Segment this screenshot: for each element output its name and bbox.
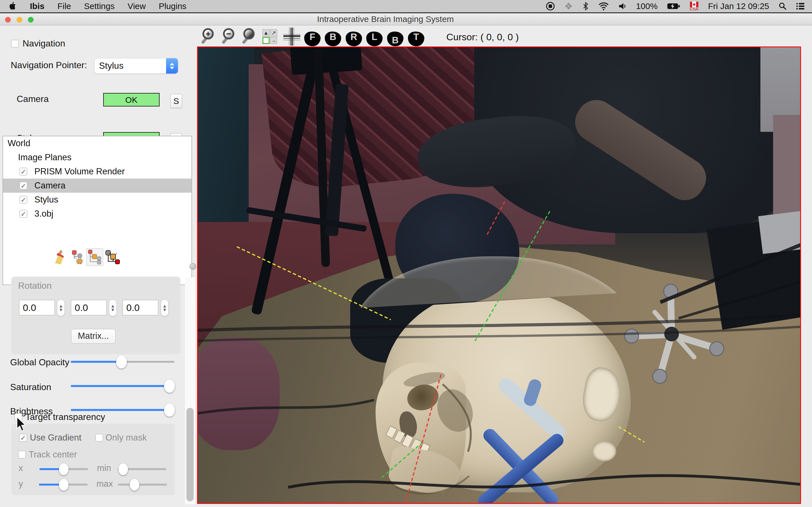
window-title: Intraoperative Brain Imaging System <box>0 14 771 24</box>
max-thumb[interactable] <box>130 479 139 491</box>
target-transparency-group: ✓ Use Gradient Only mask Track center x … <box>11 424 175 495</box>
menu-file[interactable]: File <box>57 1 71 11</box>
tree-label: PRISM Volume Render <box>35 165 124 179</box>
tree-row-prism[interactable]: ✓ PRISM Volume Render <box>3 165 192 179</box>
dropbox-icon[interactable]: ❖ <box>564 1 573 12</box>
panel-scrollbar-thumb[interactable] <box>186 408 194 501</box>
menu-bar: Ibis File Settings View Plugins ❖ 100% C… <box>0 0 812 13</box>
rotation-group: Rotation 0.0 ▴▾ 0.0 ▴▾ 0.0 ▴▾ Matrix... <box>11 277 181 354</box>
max-slider[interactable] <box>118 484 167 486</box>
min-thumb[interactable] <box>118 463 128 475</box>
view-left-button[interactable]: L <box>366 27 383 46</box>
saturation-slider[interactable] <box>71 385 174 387</box>
tree-label: Camera <box>35 179 65 193</box>
cursor-coordinates: Cursor: ( 0, 0, 0 ) <box>446 32 519 43</box>
tree-row-camera[interactable]: ✓ Camera <box>3 179 192 193</box>
tree-label: 3.obj <box>35 207 53 221</box>
rotation-z-stepper[interactable]: ▴▾ <box>161 299 168 316</box>
zoom-in-icon[interactable]: + <box>202 28 218 46</box>
rotation-title: Rotation <box>18 281 52 291</box>
rotation-x-stepper[interactable]: ▴▾ <box>57 299 65 316</box>
tree-checkbox[interactable]: ✓ <box>19 168 28 175</box>
only-mask-checkbox[interactable] <box>95 434 103 442</box>
navigation-pointer-label: Navigation Pointer: <box>11 60 87 70</box>
min-label: min <box>97 463 111 473</box>
tree-checkbox[interactable]: ✓ <box>19 196 28 204</box>
tree-checkbox[interactable]: ✓ <box>19 210 28 218</box>
reference-frame-hub <box>664 327 679 341</box>
tree-checkbox[interactable]: ✓ <box>19 182 28 189</box>
menu-app-name[interactable]: Ibis <box>30 1 45 11</box>
input-source-label: CSA <box>690 7 698 11</box>
min-slider[interactable] <box>118 468 166 470</box>
navigation-checkbox[interactable] <box>11 40 19 48</box>
navigation-pointer-value: Stylus <box>99 61 123 71</box>
track-center-label: Track center <box>29 450 77 460</box>
tree-delete-object-icon[interactable] <box>105 249 120 266</box>
use-gradient-checkbox[interactable]: ✓ <box>19 434 27 442</box>
use-gradient-label: Use Gradient <box>30 433 82 443</box>
clear-scene-broom-icon[interactable] <box>52 249 67 266</box>
brightness-slider[interactable] <box>71 409 174 411</box>
yellow-axis-line <box>619 427 645 442</box>
yellow-axis-line <box>237 247 391 320</box>
panel-scrollbar[interactable] <box>185 277 195 504</box>
global-opacity-slider[interactable] <box>71 361 174 363</box>
apple-menu-icon[interactable] <box>8 1 17 11</box>
battery-icon[interactable] <box>667 3 680 10</box>
screen-record-icon[interactable] <box>546 2 555 10</box>
y-slider[interactable] <box>39 484 88 486</box>
notification-center-icon[interactable] <box>796 3 805 10</box>
global-opacity-thumb[interactable] <box>116 355 127 369</box>
spotlight-search-icon[interactable] <box>779 2 786 10</box>
viewport-overlay-graphics <box>198 47 800 503</box>
x-slider[interactable] <box>40 468 88 470</box>
tree-expand-all-icon[interactable] <box>86 248 103 266</box>
menu-settings[interactable]: Settings <box>84 1 114 11</box>
splitter-handle[interactable] <box>190 263 196 270</box>
camera-3d-viewport[interactable] <box>197 47 801 504</box>
brightness-thumb[interactable] <box>164 403 175 416</box>
expand-views-icon[interactable]: ▲↗→ <box>262 29 277 44</box>
window-title-bar[interactable]: Intraoperative Brain Imaging System <box>0 13 812 25</box>
view-front-button[interactable]: F <box>304 27 320 46</box>
tree-row-stylus[interactable]: ✓ Stylus <box>3 193 192 207</box>
bluetooth-icon[interactable] <box>582 2 589 11</box>
tree-row-world[interactable]: World <box>3 136 192 151</box>
target-transparency-label: Target transparency <box>26 412 105 422</box>
view-bottom-button[interactable]: B <box>387 27 403 46</box>
rotation-x-field[interactable]: 0.0 <box>19 300 55 316</box>
red-axis-line <box>487 202 505 235</box>
navigation-pointer-select[interactable]: Stylus <box>94 58 178 74</box>
volume-icon[interactable] <box>619 2 626 10</box>
zoom-out-icon[interactable]: − <box>223 28 239 46</box>
camera-status-button[interactable]: OK <box>103 93 160 107</box>
tree-label: World <box>8 136 30 151</box>
tree-add-object-icon[interactable] <box>71 249 85 266</box>
tree-row-3obj[interactable]: ✓ 3.obj <box>3 207 192 221</box>
rotation-y-field[interactable]: 0.0 <box>71 300 107 316</box>
crosshair-planes-icon[interactable] <box>283 27 300 47</box>
mouse-cursor <box>16 417 28 433</box>
view-back-button[interactable]: B <box>325 27 341 46</box>
rotation-z-field[interactable]: 0.0 <box>122 300 158 316</box>
track-center-checkbox[interactable] <box>18 451 26 459</box>
green-axis-line <box>380 442 423 479</box>
view-top-button[interactable]: T <box>408 27 424 46</box>
rotation-y-stepper[interactable]: ▴▾ <box>109 299 117 316</box>
wifi-icon[interactable] <box>598 2 609 10</box>
tree-row-image-planes[interactable]: Image Planes <box>3 151 192 165</box>
saturation-thumb[interactable] <box>164 379 175 393</box>
menu-view[interactable]: View <box>128 1 146 11</box>
y-thumb[interactable] <box>59 479 68 491</box>
camera-snapshot-button[interactable]: S <box>170 94 182 108</box>
input-source-flag-icon[interactable]: CSA <box>690 2 698 11</box>
axis-lines <box>237 202 645 503</box>
zoom-fit-icon[interactable] <box>243 28 259 46</box>
x-thumb[interactable] <box>59 463 68 475</box>
menu-plugins[interactable]: Plugins <box>159 1 186 11</box>
view-right-button[interactable]: R <box>346 27 362 46</box>
matrix-button[interactable]: Matrix... <box>71 329 116 344</box>
combo-arrows-icon <box>166 58 178 73</box>
tree-label: Image Planes <box>18 151 71 165</box>
